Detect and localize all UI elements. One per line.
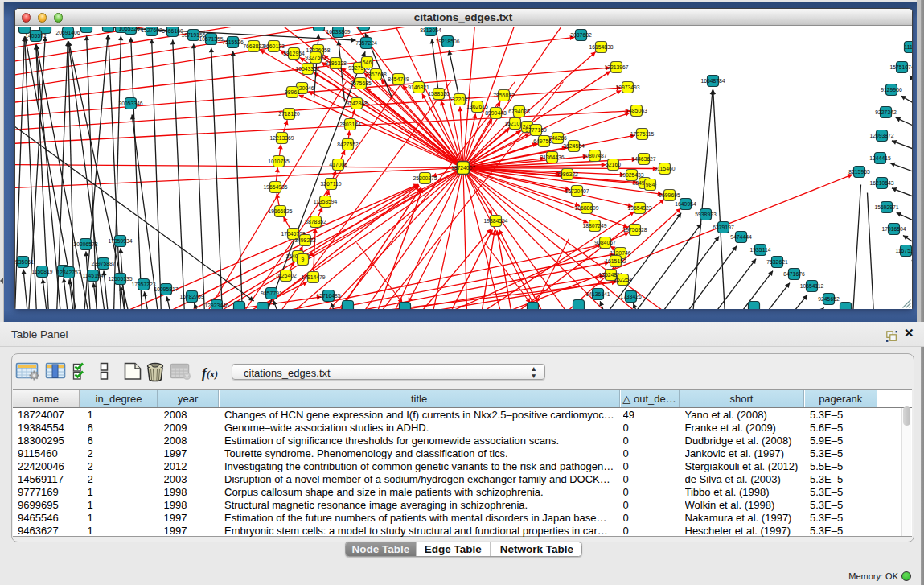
svg-text:5938923: 5938923 [695, 211, 717, 216]
svg-text:1935114: 1935114 [749, 246, 770, 252]
svg-text:9146821: 9146821 [408, 84, 429, 89]
svg-text:18807249: 18807249 [582, 222, 606, 228]
svg-text:2367608: 2367608 [365, 71, 387, 76]
svg-text:9245652: 9245652 [818, 295, 840, 301]
svg-text:19756928: 19756928 [622, 226, 647, 232]
svg-text:10807487: 10807487 [582, 152, 606, 158]
svg-text:10973493: 10973493 [615, 84, 639, 89]
svg-text:19654985: 19654985 [263, 183, 287, 189]
svg-text:6379197: 6379197 [713, 224, 734, 229]
svg-text:5322037: 5322037 [449, 96, 470, 101]
svg-text:20053346: 20053346 [118, 100, 142, 105]
svg-text:8454749: 8454749 [388, 76, 409, 81]
svg-text:1010755: 1010755 [268, 158, 290, 163]
svg-text:1405572: 1405572 [25, 32, 47, 38]
svg-text:15716485: 15716485 [316, 292, 340, 298]
svg-text:7485063: 7485063 [626, 107, 647, 113]
svg-text:546: 546 [362, 59, 372, 64]
svg-text:1112: 1112 [904, 43, 912, 49]
svg-text:16210643: 16210643 [869, 179, 893, 185]
svg-text:1733426: 1733426 [620, 293, 642, 299]
svg-text:3675685: 3675685 [350, 80, 372, 85]
svg-text:23975887: 23975887 [91, 260, 115, 266]
svg-text:(x): (x) [207, 369, 218, 380]
svg-text:1588520: 1588520 [428, 90, 450, 96]
svg-text:3267110: 3267110 [320, 180, 341, 186]
svg-text:8427552: 8427552 [337, 141, 359, 146]
svg-text:10025433: 10025433 [619, 171, 643, 177]
svg-text:417006: 417006 [329, 161, 347, 167]
svg-text:16154838: 16154838 [589, 43, 613, 49]
svg-text:2803144: 2803144 [339, 121, 361, 126]
svg-text:7625402: 7625402 [275, 272, 297, 278]
svg-text:16033809: 16033809 [326, 28, 350, 34]
svg-text:15720407: 15720407 [565, 187, 589, 193]
svg-text:1640954: 1640954 [675, 200, 696, 206]
svg-text:9115460: 9115460 [654, 165, 675, 171]
svg-text:16782759: 16782759 [179, 293, 203, 299]
svg-text:11353594: 11353594 [313, 198, 337, 204]
svg-text:17016504: 17016504 [881, 225, 906, 231]
svg-text:1615152: 1615152 [605, 257, 626, 263]
svg-text:19384554: 19384554 [483, 217, 507, 223]
svg-text:12505135: 12505135 [108, 275, 132, 281]
svg-text:7663822: 7663822 [243, 43, 265, 48]
svg-text:17957223: 17957223 [131, 281, 155, 286]
svg-text:10688609: 10688609 [574, 204, 598, 210]
svg-text:9777169: 9777169 [525, 126, 547, 132]
svg-text:1145194: 1145194 [82, 272, 103, 278]
svg-text:8912954: 8912954 [283, 50, 305, 56]
svg-text:1527602: 1527602 [141, 27, 162, 32]
svg-text:1362615: 1362615 [466, 103, 488, 109]
svg-text:9660123: 9660123 [263, 43, 285, 48]
svg-text:984: 984 [645, 181, 655, 187]
svg-text:12342757: 12342757 [56, 269, 80, 274]
svg-text:10543352: 10543352 [295, 65, 319, 71]
svg-text:20691406: 20691406 [55, 29, 80, 35]
svg-text:7955812: 7955812 [493, 92, 515, 97]
svg-text:15692971: 15692971 [874, 204, 898, 209]
svg-text:10095817: 10095817 [154, 286, 178, 291]
svg-text:9: 9 [301, 256, 304, 262]
svg-text:1167533: 1167533 [895, 247, 911, 253]
svg-text:8215955: 8215955 [848, 168, 870, 174]
svg-text:9129966: 9129966 [881, 86, 902, 92]
svg-text:10671355: 10671355 [199, 35, 223, 41]
svg-text:62160: 62160 [606, 161, 621, 167]
svg-text:19166825: 19166825 [268, 208, 292, 213]
svg-text:9327503: 9327503 [305, 54, 326, 60]
svg-text:8990448: 8990448 [485, 109, 507, 115]
svg-text:14914479: 14914479 [301, 274, 325, 279]
svg-text:10654112: 10654112 [799, 282, 823, 288]
svg-text:9084067: 9084067 [594, 239, 616, 245]
svg-text:21364436: 21364436 [540, 154, 564, 159]
svg-text:1120746: 1120746 [610, 249, 630, 255]
svg-text:16648784: 16648784 [700, 77, 725, 83]
svg-text:1244415: 1244415 [869, 154, 891, 160]
svg-text:1935061: 1935061 [15, 258, 34, 264]
svg-text:8878352: 8878352 [305, 218, 326, 224]
svg-text:9474444: 9474444 [730, 233, 752, 239]
svg-text:8813054: 8813054 [420, 27, 441, 32]
svg-text:12213369: 12213369 [269, 134, 294, 140]
svg-text:12093872: 12093872 [869, 132, 893, 138]
svg-text:17359934: 17359934 [108, 237, 132, 243]
svg-text:2087682: 2087682 [570, 31, 592, 37]
svg-text:9699695: 9699695 [659, 192, 680, 197]
svg-text:8471676: 8471676 [783, 270, 805, 276]
svg-text:15751074: 15751074 [889, 64, 912, 69]
svg-text:9227342: 9227342 [875, 109, 897, 114]
svg-text:20206578: 20206578 [73, 241, 97, 246]
svg-text:14463627: 14463627 [631, 155, 655, 161]
svg-text:25300275: 25300275 [413, 175, 437, 180]
svg-text:10653267: 10653267 [118, 27, 142, 31]
svg-text:6794028: 6794028 [508, 108, 530, 113]
svg-text:252254: 252254 [614, 276, 632, 282]
svg-text:1156819: 1156819 [31, 268, 52, 274]
svg-text:3624554: 3624554 [563, 142, 585, 148]
svg-text:9857791: 9857791 [261, 290, 282, 295]
svg-text:7357224: 7357224 [355, 39, 377, 45]
svg-text:8186328: 8186328 [325, 60, 347, 65]
svg-text:19654923: 19654923 [627, 204, 651, 210]
svg-text:7632621: 7632621 [766, 258, 788, 264]
